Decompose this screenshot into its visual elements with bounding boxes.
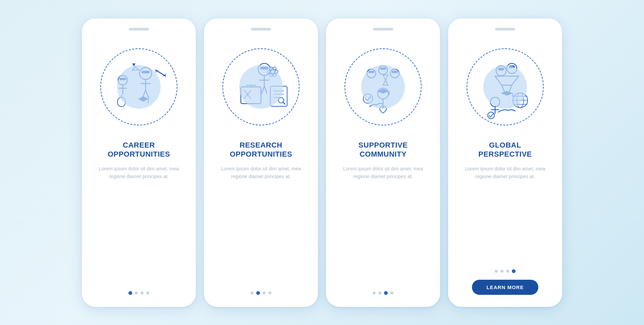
dot-2 — [256, 291, 260, 295]
dot-1 — [251, 291, 254, 294]
phone-notch-4 — [495, 28, 515, 31]
dot-4 — [268, 291, 271, 294]
community-dots — [373, 283, 393, 295]
illustration-community — [339, 40, 427, 134]
blue-blob-2 — [239, 65, 283, 109]
global-dots — [495, 261, 516, 273]
learn-more-button[interactable]: LEARN MORE — [472, 280, 539, 295]
blue-blob-4 — [483, 65, 527, 109]
global-body: Lorem ipsum dolor sit dim amet, mea regi… — [459, 165, 551, 181]
community-title: SUPPORTIVECOMMUNITY — [359, 141, 408, 159]
dot-2 — [500, 270, 503, 273]
dot-2 — [378, 291, 381, 294]
blue-blob-3 — [361, 65, 405, 109]
cards-container: CAREEROPPORTUNITIES Lorem ipsum dolor si… — [68, 5, 576, 320]
dot-3 — [506, 270, 509, 273]
research-dots — [251, 283, 271, 295]
career-body: Lorem ipsum dolor sit dim amet, mea regi… — [93, 165, 185, 181]
community-body: Lorem ipsum dolor sit dim amet, mea regi… — [337, 165, 429, 181]
illustration-career — [95, 40, 182, 134]
dot-4 — [390, 291, 393, 294]
phone-notch-1 — [129, 28, 149, 31]
career-dots — [128, 283, 149, 295]
illustration-global — [462, 40, 549, 134]
dot-3 — [384, 291, 388, 295]
card-research: RESEARCHOPPORTUNITIES Lorem ipsum dolor … — [204, 18, 318, 307]
dot-1 — [128, 291, 132, 295]
dot-4 — [512, 269, 516, 273]
blue-blob-1 — [117, 65, 161, 109]
dot-3 — [263, 291, 266, 294]
phone-notch-2 — [251, 28, 271, 31]
dot-4 — [146, 291, 149, 294]
phone-notch-3 — [373, 28, 393, 31]
illustration-research — [217, 40, 305, 134]
card-global: GLOBALPERSPECTIVE Lorem ipsum dolor sit … — [448, 18, 562, 307]
dot-1 — [373, 291, 376, 294]
dot-2 — [135, 291, 138, 294]
research-body: Lorem ipsum dolor sit dim amet, mea regi… — [215, 165, 307, 181]
dot-1 — [495, 270, 498, 273]
global-title: GLOBALPERSPECTIVE — [478, 141, 532, 159]
card-career: CAREEROPPORTUNITIES Lorem ipsum dolor si… — [82, 18, 196, 307]
dot-3 — [141, 291, 144, 294]
card-community: SUPPORTIVECOMMUNITY Lorem ipsum dolor si… — [326, 18, 440, 307]
career-title: CAREEROPPORTUNITIES — [108, 141, 170, 159]
research-title: RESEARCHOPPORTUNITIES — [230, 141, 292, 159]
